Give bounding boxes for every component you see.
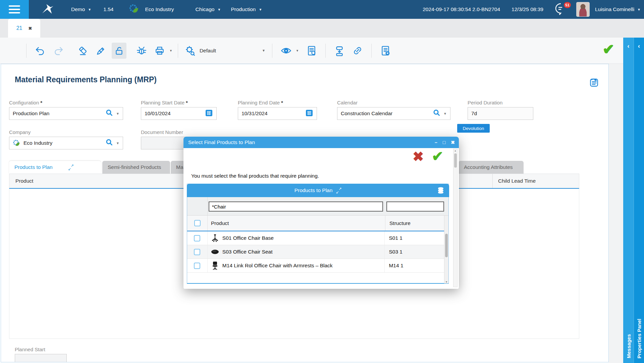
print-options-chevron-icon[interactable]: ▼ bbox=[169, 49, 172, 52]
scroll-up-icon[interactable]: ▲ bbox=[453, 149, 457, 152]
link-button[interactable] bbox=[350, 43, 365, 59]
tab-semi-finished-products[interactable]: Semi-finished Products bbox=[102, 161, 170, 174]
environment-selector[interactable]: Demo ▼ bbox=[71, 6, 91, 12]
filter-row bbox=[187, 197, 448, 216]
messages-panel-label: Messages bbox=[626, 334, 631, 358]
version-label: 1.54 bbox=[103, 6, 113, 12]
document-search-button[interactable] bbox=[304, 43, 319, 59]
workflow-button[interactable] bbox=[332, 43, 347, 59]
tab-products-to-plan[interactable]: Products to Plan ↗↙ bbox=[9, 161, 101, 174]
dialog-accept-icon[interactable]: ✔ bbox=[432, 148, 443, 165]
close-icon[interactable]: ✖ bbox=[451, 140, 455, 145]
undo-button[interactable] bbox=[33, 43, 48, 59]
product-filter-input[interactable] bbox=[209, 201, 383, 212]
column-child-lead-time[interactable]: Child Lead Time bbox=[493, 178, 536, 184]
row-checkbox[interactable] bbox=[194, 235, 200, 241]
minimize-icon[interactable]: – bbox=[435, 140, 437, 145]
chevron-down-icon[interactable]: ▼ bbox=[116, 141, 119, 145]
list-remove-button[interactable] bbox=[378, 43, 393, 59]
select-all-checkbox[interactable] bbox=[194, 220, 201, 226]
chevron-down-icon[interactable]: ▼ bbox=[116, 112, 119, 116]
chevron-down-icon: ▼ bbox=[217, 8, 221, 11]
tab-accounting-attributes[interactable]: Accounting Attributes bbox=[459, 161, 524, 174]
site-selector[interactable]: Chicago ▼ bbox=[196, 6, 221, 12]
tab-materials[interactable]: Ma bbox=[171, 161, 185, 174]
chevron-down-icon: ▼ bbox=[259, 8, 262, 11]
clear-eraser-button[interactable] bbox=[75, 43, 90, 59]
planned-start-field[interactable] bbox=[15, 354, 67, 362]
table-row[interactable]: S01 Office Chair Base S01 1 bbox=[187, 231, 444, 245]
chevron-down-icon: ▼ bbox=[88, 8, 91, 11]
row-checkbox[interactable] bbox=[194, 263, 200, 269]
row-checkbox[interactable] bbox=[194, 249, 200, 255]
preview-options-chevron-icon[interactable]: ▼ bbox=[296, 49, 299, 52]
app-logo-bird-icon[interactable] bbox=[41, 3, 55, 16]
search-icon[interactable] bbox=[105, 109, 113, 118]
user-menu[interactable]: Luisina Cominelli ▼ bbox=[595, 6, 641, 12]
structure-filter-input[interactable] bbox=[386, 201, 444, 212]
period-duration-field[interactable]: 7d bbox=[468, 107, 533, 120]
unlock-button[interactable] bbox=[112, 43, 126, 59]
search-icon[interactable] bbox=[433, 109, 441, 118]
current-datetime-label: 12/3/25 08:39 bbox=[512, 6, 543, 12]
module-selector[interactable]: Production ▼ bbox=[231, 6, 262, 12]
notification-count-badge: 51 bbox=[563, 1, 572, 9]
user-avatar[interactable] bbox=[576, 2, 590, 17]
planning-end-label: Planning End Date* bbox=[238, 100, 283, 105]
chevron-down-icon[interactable]: ▼ bbox=[443, 112, 447, 116]
chair-base-icon bbox=[211, 234, 219, 242]
devolution-badge: Devolution bbox=[457, 124, 490, 133]
panel-header[interactable]: Products to Plan ↗↙ bbox=[187, 184, 449, 197]
modal-table-header: Product Structure bbox=[187, 216, 448, 231]
scroll-down-icon[interactable]: ▼ bbox=[444, 281, 448, 283]
dialog-cancel-icon[interactable]: ✖ bbox=[413, 149, 424, 164]
properties-side-panel-toggle[interactable]: ‹ Properties Panel bbox=[634, 38, 644, 363]
product-cell: S03 Office Chair Seat bbox=[207, 245, 385, 259]
search-icon[interactable] bbox=[105, 138, 113, 148]
company-logo-icon bbox=[129, 4, 139, 15]
chevron-down-icon: ▼ bbox=[262, 49, 265, 52]
table-row[interactable]: M14 Link Rol Office Chair with Armrests … bbox=[187, 259, 444, 273]
messages-button[interactable]: 51 bbox=[554, 3, 569, 16]
right-gutter bbox=[609, 64, 623, 363]
column-product[interactable]: Product bbox=[207, 216, 385, 231]
preview-eye-button[interactable] bbox=[279, 43, 293, 59]
form-notes-icon[interactable] bbox=[588, 76, 599, 89]
confirm-check-button[interactable]: ✔ bbox=[602, 41, 614, 57]
properties-panel-label: Properties Panel bbox=[636, 319, 642, 358]
calendar-value: Construction Calendar bbox=[341, 110, 433, 117]
scrollbar-thumb[interactable] bbox=[445, 234, 448, 257]
calendar-icon[interactable] bbox=[205, 109, 213, 118]
dialog-titlebar[interactable]: Select Final Products to Plan – □ ✖ bbox=[183, 137, 459, 148]
expand-icon[interactable]: ↗↙ bbox=[336, 188, 341, 193]
configuration-field[interactable]: Production Plan ▼ bbox=[9, 107, 123, 120]
redo-button[interactable] bbox=[51, 43, 66, 59]
hamburger-menu-button[interactable] bbox=[0, 0, 29, 19]
table-row[interactable]: S03 Office Chair Seat S03 1 bbox=[187, 245, 444, 259]
edit-pencil-button[interactable] bbox=[94, 43, 108, 59]
column-structure[interactable]: Structure bbox=[385, 216, 445, 231]
messages-side-panel-toggle[interactable]: ‹ Messages bbox=[623, 38, 634, 363]
print-button[interactable] bbox=[152, 43, 167, 59]
planning-end-field[interactable]: 10/31/2024 bbox=[238, 107, 317, 120]
planning-start-field[interactable]: 10/01/2024 bbox=[141, 107, 217, 120]
expand-icon[interactable]: ↗↙ bbox=[68, 165, 74, 170]
data-source-icon[interactable] bbox=[437, 187, 444, 195]
main-toolbar: ▼ Default ▼ ▼ ✔ bbox=[0, 38, 644, 64]
modal-table-scrollbar[interactable]: ▼ bbox=[444, 216, 448, 283]
structure-cell: S03 1 bbox=[384, 245, 444, 259]
dialog-scrollbar[interactable]: ▲ bbox=[453, 149, 458, 287]
calendar-field[interactable]: Construction Calendar ▼ bbox=[337, 107, 450, 120]
calendar-icon[interactable] bbox=[305, 109, 313, 118]
close-icon[interactable]: ✖ bbox=[28, 26, 32, 31]
planned-start-label: Planned Start bbox=[15, 347, 45, 352]
configuration-label: Configuration* bbox=[9, 100, 42, 105]
company-value: Eco Industry bbox=[23, 140, 105, 146]
company-field[interactable]: Eco Industry ▼ bbox=[9, 137, 123, 149]
scrollbar-thumb[interactable] bbox=[454, 153, 457, 168]
maximize-icon[interactable]: □ bbox=[443, 140, 445, 145]
document-tab-21[interactable]: 21 ✖ bbox=[8, 19, 40, 38]
debug-bug-button[interactable] bbox=[134, 43, 149, 59]
document-tabstrip: 21 ✖ bbox=[0, 19, 644, 38]
profile-selector[interactable]: Default ▼ bbox=[185, 45, 265, 56]
